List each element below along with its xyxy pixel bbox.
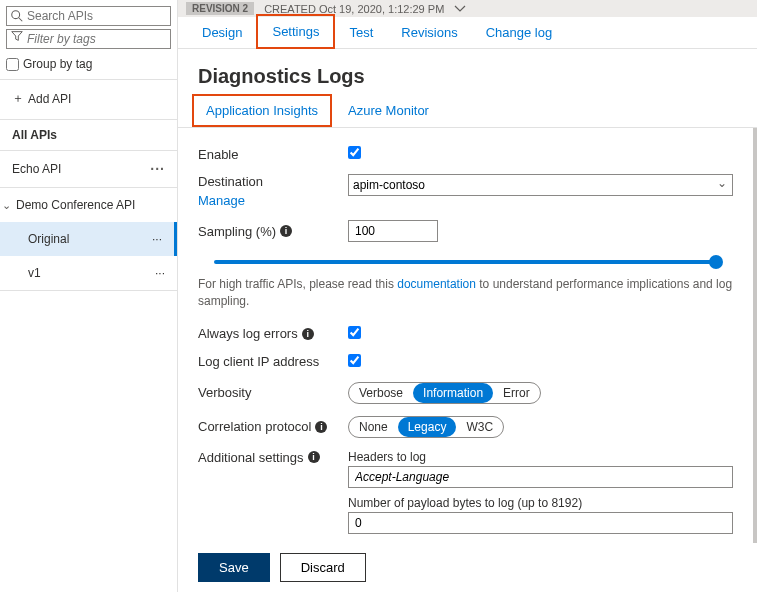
slider-thumb[interactable] [709, 255, 723, 269]
verbosity-label: Verbosity [198, 385, 348, 400]
headers-input[interactable] [348, 466, 733, 488]
filter-icon [10, 29, 24, 43]
revision-badge: REVISION 2 [186, 2, 254, 15]
tab-settings[interactable]: Settings [256, 14, 335, 49]
subtab-appinsights[interactable]: Application Insights [192, 94, 332, 127]
info-icon[interactable]: i [315, 421, 327, 433]
search-input[interactable] [6, 6, 171, 26]
all-apis-link[interactable]: All APIs [0, 120, 177, 150]
correlation-label: Correlation protocol [198, 419, 311, 434]
info-icon[interactable]: i [280, 225, 292, 237]
tab-revisions[interactable]: Revisions [387, 17, 471, 48]
verbosity-error[interactable]: Error [493, 383, 540, 403]
tab-changelog[interactable]: Change log [472, 17, 567, 48]
tab-test[interactable]: Test [335, 17, 387, 48]
enable-label: Enable [198, 147, 348, 162]
form: Enable Destination Manage apim-contoso S… [178, 128, 753, 543]
tabs: Design Settings Test Revisions Change lo… [178, 17, 757, 49]
scrollbar[interactable] [753, 128, 757, 543]
page-title: Diagnostics Logs [178, 49, 757, 94]
add-api-button[interactable]: ＋ Add API [0, 80, 177, 119]
group-by-checkbox[interactable] [6, 58, 19, 71]
additional-label: Additional settings [198, 450, 304, 465]
api-sub-v1[interactable]: v1 ··· [0, 256, 177, 290]
more-icon[interactable]: ··· [155, 266, 165, 280]
enable-checkbox[interactable] [348, 146, 361, 159]
subtabs: Application Insights Azure Monitor [178, 94, 757, 128]
main: REVISION 2 CREATED Oct 19, 2020, 1:12:29… [178, 0, 757, 592]
correlation-legacy[interactable]: Legacy [398, 417, 457, 437]
api-item-echo[interactable]: Echo API ··· [0, 151, 177, 187]
search-icon [10, 9, 24, 23]
subtab-azuremonitor[interactable]: Azure Monitor [336, 96, 441, 125]
info-icon[interactable]: i [308, 451, 320, 463]
button-bar: Save Discard [178, 543, 757, 592]
manage-link[interactable]: Manage [198, 193, 245, 208]
correlation-group: None Legacy W3C [348, 416, 504, 438]
svg-point-0 [12, 11, 20, 19]
always-log-label: Always log errors [198, 326, 298, 341]
sampling-label: Sampling (%) [198, 224, 276, 239]
api-sub-original[interactable]: Original ··· [0, 222, 177, 256]
log-ip-label: Log client IP address [198, 354, 319, 369]
plus-icon: ＋ [12, 90, 24, 107]
advanced-options-link[interactable]: Advanced Options [348, 534, 733, 543]
payload-input[interactable] [348, 512, 733, 534]
correlation-w3c[interactable]: W3C [456, 417, 503, 437]
more-icon[interactable]: ··· [150, 161, 165, 177]
help-text: For high traffic APIs, please read this … [198, 268, 733, 320]
info-icon[interactable]: i [302, 328, 314, 340]
created-label: CREATED Oct 19, 2020, 1:12:29 PM [264, 3, 444, 15]
payload-label: Number of payload bytes to log (up to 81… [348, 496, 733, 510]
save-button[interactable]: Save [198, 553, 270, 582]
sampling-slider[interactable] [214, 260, 717, 264]
api-item-demo-conference[interactable]: Demo Conference API [0, 188, 177, 222]
sidebar: Group by tag ＋ Add API All APIs Echo API… [0, 0, 178, 592]
headers-label: Headers to log [348, 450, 733, 464]
more-icon[interactable]: ··· [152, 232, 162, 246]
discard-button[interactable]: Discard [280, 553, 366, 582]
tab-design[interactable]: Design [188, 17, 256, 48]
sampling-input[interactable] [348, 220, 438, 242]
filter-input[interactable] [6, 29, 171, 49]
chevron-down-icon[interactable] [454, 4, 466, 14]
destination-label: Destination [198, 174, 263, 189]
verbosity-group: Verbose Information Error [348, 382, 541, 404]
destination-select[interactable]: apim-contoso [348, 174, 733, 196]
documentation-link[interactable]: documentation [397, 277, 476, 291]
always-log-checkbox[interactable] [348, 326, 361, 339]
verbosity-verbose[interactable]: Verbose [349, 383, 413, 403]
svg-line-1 [19, 18, 23, 22]
correlation-none[interactable]: None [349, 417, 398, 437]
group-by-label: Group by tag [23, 57, 92, 71]
verbosity-information[interactable]: Information [413, 383, 493, 403]
log-ip-checkbox[interactable] [348, 354, 361, 367]
